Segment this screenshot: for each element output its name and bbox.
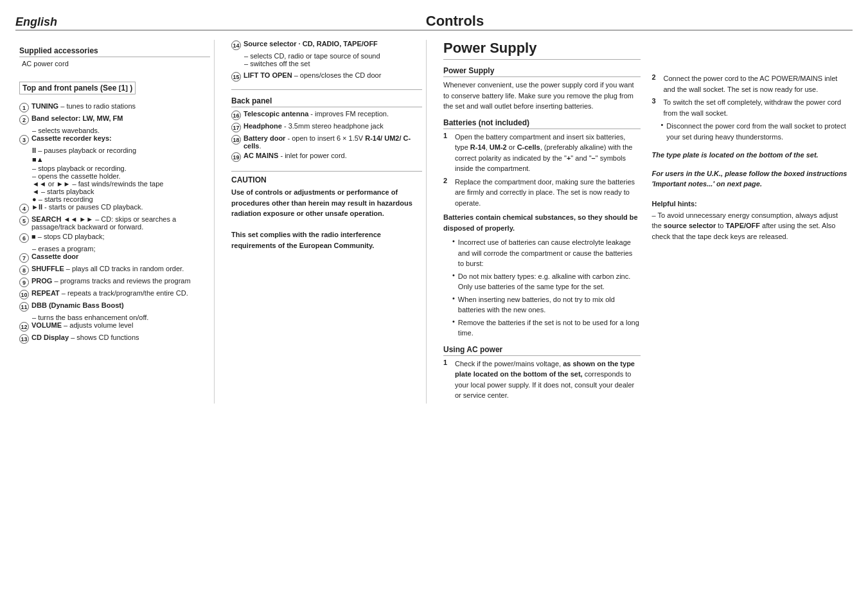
control-item-3: 3 Cassette recorder keys: [19, 134, 210, 145]
control-item-1: 1 TUNING – tunes to radio stations [19, 102, 210, 112]
item-14-sub: – selects CD, radio or tape source of so… [244, 52, 422, 67]
supplied-accessories-section: Supplied accessories AC power cord [19, 46, 210, 67]
caution-divider [231, 171, 422, 172]
power-supply-left: Power Supply Power Supply Whenever conve… [443, 40, 641, 404]
power-supply-subtitle: Power Supply [443, 66, 641, 77]
power-supply-main-title: Power Supply [443, 40, 641, 60]
disconnect-bullet: • Disconnect the power cord from the wal… [661, 121, 849, 142]
control-item-11: 11 DBB (Dynamic Bass Boost) [19, 301, 210, 312]
divider-back-panel [231, 89, 422, 90]
control-item-6: 6 ■ – stops CD playback; [19, 233, 210, 243]
helpful-hints-section: Helpful hints: – To avoid unnecessary en… [652, 200, 849, 242]
control-item-16: 16 Telescopic antenna - improves FM rece… [231, 110, 422, 120]
control-item-15: 15 LIFT TO OPEN – opens/closes the CD do… [231, 71, 422, 82]
control-item-2: 2 Band selector: LW, MW, FM [19, 114, 210, 125]
italic-note-2: For users in the U.K., please follow the… [652, 168, 849, 190]
battery-item-2: 2 Replace the compartment door, making s… [443, 177, 641, 209]
control-item-9: 9 PROG – programs tracks and reviews the… [19, 277, 210, 287]
caution-box: CAUTION Use of controls or adjustments o… [231, 171, 422, 251]
column-1: Supplied accessories AC power cord Top a… [15, 40, 215, 404]
control-item-4: 4 ►II - starts or pauses CD playback. [19, 203, 210, 213]
caution-title: CAUTION [231, 175, 422, 184]
battery-bullet-4: • Remove the batteries if the set is not… [452, 317, 641, 339]
batteries-subtitle: Batteries (not included) [443, 118, 641, 129]
back-panel-title: Back panel [231, 96, 422, 107]
helpful-hints-title: Helpful hints: [652, 200, 849, 208]
battery-item-1: 1 Open the battery compartment and inser… [443, 132, 641, 174]
ac-power-item-1: 1 Check if the power/mains voltage, as s… [443, 359, 641, 401]
column-3-4: Power Supply Power Supply Whenever conve… [439, 40, 853, 404]
page-header: English Controls [15, 13, 853, 31]
header-controls: Controls [57, 13, 853, 30]
item-3-sub: II – pauses playback or recording ■▲ – s… [32, 147, 210, 203]
control-item-5: 5 SEARCH ◄◄ ►► – CD: skips or searches a… [19, 215, 210, 231]
connect-item-3: 3 To switch the set off completely, with… [652, 97, 849, 118]
power-supply-body: Whenever convenient, use the power suppl… [443, 80, 641, 112]
supplied-accessories-title: Supplied accessories [19, 46, 210, 57]
power-supply-right: 2 Connect the power cord to the AC POWER… [652, 40, 849, 404]
control-item-7: 7 Cassette door [19, 253, 210, 263]
control-item-18: 18 Battery door - open to insert 6 × 1.5… [231, 134, 422, 150]
caution-body: Use of controls or adjustments or perfor… [231, 187, 422, 251]
batteries-warning: Batteries contain chemical substances, s… [443, 212, 641, 233]
ac-power-subtitle: Using AC power [443, 345, 641, 356]
helpful-hints-item: – To avoid unnecessary energy consumptio… [652, 210, 849, 242]
connect-item-2: 2 Connect the power cord to the AC POWER… [652, 73, 849, 94]
column-2: 14 Source selector · CD, RADIO, TAPE/OFF… [227, 40, 427, 404]
control-item-8: 8 SHUFFLE – plays all CD tracks in rando… [19, 265, 210, 275]
control-item-13: 13 CD Display – shows CD functions [19, 333, 210, 344]
item-6-sub: – erases a program; [32, 245, 210, 253]
control-item-14: 14 Source selector · CD, RADIO, TAPE/OFF [231, 40, 422, 50]
battery-bullet-3: • When inserting new batteries, do not t… [452, 294, 641, 315]
ac-power-cord: AC power cord [22, 60, 210, 67]
control-item-19: 19 AC MAINS - inlet for power cord. [231, 152, 422, 162]
control-item-10: 10 REPEAT – repeats a track/program/the … [19, 289, 210, 299]
battery-bullet-2: • Do not mix battery types: e.g. alkalin… [452, 271, 641, 292]
page-layout: Supplied accessories AC power cord Top a… [15, 40, 853, 404]
italic-note-1: The type plate is located on the bottom … [652, 150, 849, 161]
item-2-sub: – selects wavebands. [32, 127, 210, 134]
item-11-sub: – turns the bass enhancement on/off. [32, 314, 210, 321]
top-front-panel-section: Top and front panels (See [1] ) [19, 74, 210, 98]
header-english: English [15, 15, 57, 29]
control-item-17: 17 Headphone - 3.5mm stereo headphone ja… [231, 122, 422, 132]
spacer [652, 40, 849, 73]
control-item-12: 12 VOLUME – adjusts volume level [19, 321, 210, 332]
battery-bullet-1: • Incorrect use of batteries can cause e… [452, 237, 641, 269]
top-front-panel-title: Top and front panels (See [1] ) [19, 82, 136, 94]
